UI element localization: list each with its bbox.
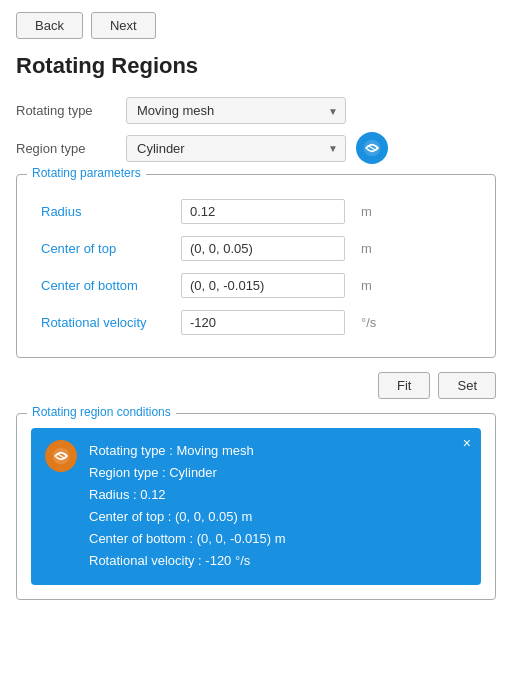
- param-unit: m: [353, 267, 479, 304]
- region-type-row: Region type Cylinder Sphere Custom ▼: [16, 132, 496, 164]
- condition-line: Region type : Cylinder: [89, 462, 467, 484]
- fit-set-row: Fit Set: [16, 372, 496, 399]
- page-title: Rotating Regions: [16, 53, 496, 79]
- param-input-cell: [173, 267, 353, 304]
- param-input-cell: [173, 230, 353, 267]
- param-unit: m: [353, 193, 479, 230]
- close-icon[interactable]: ×: [463, 436, 471, 450]
- param-row: Radius m: [33, 193, 479, 230]
- param-input-1[interactable]: [181, 236, 345, 261]
- param-input-cell: [173, 193, 353, 230]
- back-button[interactable]: Back: [16, 12, 83, 39]
- rotating-type-select[interactable]: Moving mesh Frozen rotor: [126, 97, 346, 124]
- rotating-parameters-section: Rotating parameters Radius m Center of t…: [16, 174, 496, 358]
- param-input-0[interactable]: [181, 199, 345, 224]
- param-label: Radius: [33, 193, 173, 230]
- rotating-parameters-legend: Rotating parameters: [27, 166, 146, 180]
- condition-line: Center of top : (0, 0, 0.05) m: [89, 506, 467, 528]
- fit-button[interactable]: Fit: [378, 372, 430, 399]
- conditions-legend: Rotating region conditions: [27, 405, 176, 419]
- conditions-section: Rotating region conditions × Rotating ty…: [16, 413, 496, 600]
- condition-line: Center of bottom : (0, 0, -0.015) m: [89, 528, 467, 550]
- param-unit: m: [353, 230, 479, 267]
- rotating-type-row: Rotating type Moving mesh Frozen rotor ▼: [16, 97, 496, 124]
- param-label: Center of top: [33, 230, 173, 267]
- condition-box: × Rotating type : Moving meshRegion type…: [31, 428, 481, 585]
- param-label: Center of bottom: [33, 267, 173, 304]
- set-button[interactable]: Set: [438, 372, 496, 399]
- top-buttons: Back Next: [16, 12, 496, 39]
- region-type-icon[interactable]: [356, 132, 388, 164]
- param-row: Rotational velocity °/s: [33, 304, 479, 341]
- parameters-table: Radius m Center of top m Center of botto…: [33, 193, 479, 341]
- param-input-cell: [173, 304, 353, 341]
- param-input-3[interactable]: [181, 310, 345, 335]
- next-button[interactable]: Next: [91, 12, 156, 39]
- region-type-label: Region type: [16, 141, 126, 156]
- condition-line: Radius : 0.12: [89, 484, 467, 506]
- param-label: Rotational velocity: [33, 304, 173, 341]
- condition-line: Rotating type : Moving mesh: [89, 440, 467, 462]
- rotating-type-select-wrapper: Moving mesh Frozen rotor ▼: [126, 97, 346, 124]
- param-row: Center of bottom m: [33, 267, 479, 304]
- condition-line: Rotational velocity : -120 °/s: [89, 550, 467, 572]
- param-unit: °/s: [353, 304, 479, 341]
- param-input-2[interactable]: [181, 273, 345, 298]
- region-type-select-wrapper: Cylinder Sphere Custom ▼: [126, 135, 346, 162]
- rotating-type-label: Rotating type: [16, 103, 126, 118]
- param-row: Center of top m: [33, 230, 479, 267]
- condition-rotating-icon: [45, 440, 77, 472]
- condition-text-block: Rotating type : Moving meshRegion type :…: [89, 440, 467, 573]
- region-type-select[interactable]: Cylinder Sphere Custom: [126, 135, 346, 162]
- rotating-parameters-box: Rotating parameters Radius m Center of t…: [16, 174, 496, 358]
